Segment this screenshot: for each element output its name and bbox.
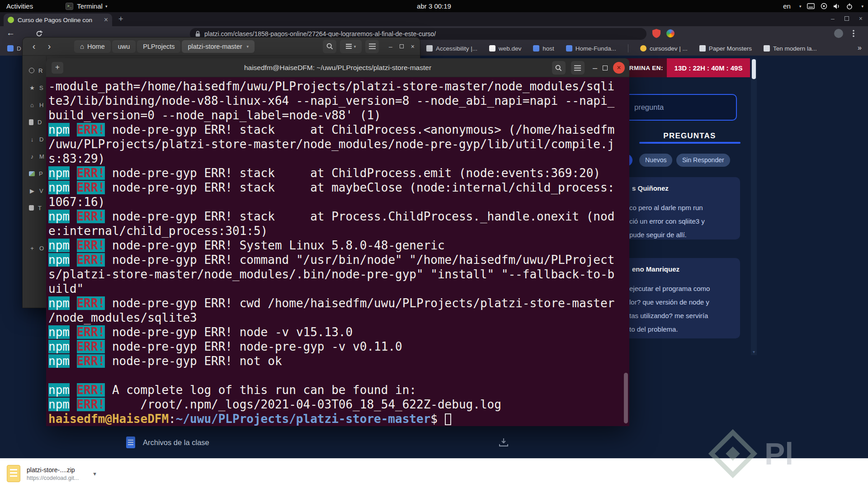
fm-sidebar-item[interactable]: ▶V [29, 185, 46, 196]
bookmarks-overflow-button[interactable]: » [858, 44, 862, 52]
fm-close-button[interactable]: × [411, 43, 415, 50]
question-input[interactable]: pregunta [624, 94, 737, 121]
clock[interactable]: abr 3 00:19 [417, 2, 451, 10]
bookmark-item[interactable]: D [7, 41, 21, 56]
browser-window-controls: – × [831, 15, 863, 22]
system-tray[interactable]: en ▾ ▾ [783, 2, 863, 10]
fm-sidebar-label: P [39, 170, 43, 177]
question-card[interactable]: s Quiñonez co pero al darle npm runció u… [622, 177, 740, 239]
terminal-text-segment: node-pre-gyp ERR! node -v v15.13.0 [105, 325, 353, 339]
terminal-text-segment: node-pre-gyp ERR! node-pre-gyp -v v0.11.… [105, 340, 402, 353]
scrollbar-thumb[interactable] [752, 59, 756, 79]
hamburger-icon [574, 65, 581, 71]
terminal-text-segment [70, 383, 77, 397]
bookmarks-divider [628, 44, 628, 52]
fm-sidebar-item[interactable]: T [29, 202, 46, 213]
filter-nuevos-button[interactable]: Nuevos [639, 154, 672, 167]
terminal-text-segment: $ [430, 412, 444, 426]
bookmark-label: cursosdev | ... [650, 45, 688, 52]
terminal-text-segment: e:internal/child_process:301:5) [48, 224, 268, 238]
class-files-row[interactable]: Archivos de la clase [126, 433, 509, 451]
tab-close-icon[interactable]: × [104, 16, 108, 23]
terminal-search-button[interactable] [552, 61, 566, 75]
terminal-maximize-button[interactable] [603, 66, 608, 70]
terminal-text-segment: npm [48, 181, 70, 194]
extension-icon[interactable] [666, 29, 675, 38]
chevron-down-icon: ▾ [799, 4, 802, 9]
terminal-scrollbar[interactable] [624, 373, 628, 423]
fm-sidebar-item[interactable]: +O [29, 243, 46, 253]
fm-minimize-button[interactable]: – [389, 43, 392, 50]
new-tab-button[interactable]: + [118, 14, 123, 24]
image-icon [29, 171, 35, 176]
fm-forward-button[interactable]: › [43, 41, 55, 52]
download-file-icon[interactable] [499, 438, 509, 447]
fm-search-button[interactable] [323, 40, 336, 53]
terminal-headerbar[interactable]: + haisedfm@HaiseDFM: ~/uwu/PLProjects/pl… [46, 58, 629, 77]
browser-tab[interactable]: Curso de Pagos Online con × [4, 14, 112, 26]
scroll-down-arrow-icon[interactable]: ▾ [751, 349, 757, 354]
fm-sidebar-item[interactable]: P [29, 168, 46, 179]
back-button[interactable]: ← [6, 28, 15, 38]
video-icon: ▶ [29, 188, 35, 194]
fm-sidebar-item[interactable]: ↓D [29, 134, 46, 145]
terminal-text-segment [70, 239, 77, 252]
bookmark-item[interactable]: Ten modern la... [764, 45, 817, 52]
fm-path-button[interactable]: ⌂Home [74, 40, 111, 53]
bookmark-item[interactable]: web.dev [489, 45, 521, 52]
fm-sidebar-item[interactable]: ★S [29, 82, 46, 93]
fm-sidebar-item[interactable]: R [29, 65, 46, 76]
terminal-close-button[interactable]: × [613, 62, 625, 74]
class-files-link[interactable]: Archivos de la clase [143, 438, 209, 447]
fm-path-button[interactable]: uwu [112, 40, 136, 53]
fm-back-button[interactable]: ‹ [28, 41, 40, 52]
terminal-text-segment: ERR! [77, 166, 105, 180]
browser-maximize-button[interactable] [844, 16, 849, 21]
terminal-text-segment: npm [48, 123, 70, 136]
power-icon [846, 3, 853, 9]
fm-view-toggle-button[interactable]: ▾ [340, 40, 362, 53]
activities-button[interactable]: Activities [6, 2, 33, 10]
profile-avatar[interactable] [834, 29, 843, 38]
terminal-text-segment: node-pre-gyp ERR! stack at maybeClose (n… [105, 181, 614, 194]
download-caret-button[interactable]: ▾ [93, 470, 96, 477]
adblock-extension-icon[interactable] [652, 29, 660, 38]
fm-maximize-button[interactable] [400, 44, 404, 48]
browser-minimize-button[interactable]: – [831, 15, 835, 22]
browser-close-button[interactable]: × [859, 15, 863, 22]
questions-scrollbar[interactable]: ▾ [751, 58, 757, 355]
bookmark-item[interactable]: host [533, 45, 554, 52]
bookmark-item[interactable]: Paper Monsters [699, 45, 752, 52]
fm-window-controls: – × [389, 43, 415, 50]
browser-menu-icon[interactable] [853, 29, 854, 38]
chevron-down-icon: ▾ [861, 4, 863, 9]
fm-sidebar-item[interactable]: ⌂H [29, 99, 46, 110]
fm-path-button[interactable]: PLProjects [137, 40, 180, 53]
terminal-output[interactable]: -module_path=/home/haisedfm/uwu/PLProjec… [46, 77, 629, 426]
terminal-text-segment: node-pre-gyp ERR! stack at Process.Child… [105, 210, 614, 223]
keyboard-layout-indicator[interactable]: en [783, 2, 791, 10]
questions-tab-indicator [639, 142, 741, 144]
fm-sidebar-item[interactable]: D [29, 117, 46, 127]
bookmark-item[interactable]: cursosdev | ... [640, 45, 688, 52]
download-item[interactable]: platzi-store-....zip https://codeload.gi… [7, 462, 96, 485]
filter-sin-responder-button[interactable]: Sin Responder [676, 154, 730, 167]
bookmark-item[interactable]: Home-Funda... [566, 45, 616, 52]
question-card[interactable]: eno Manriquez ejecutar el programa comol… [622, 258, 740, 338]
search-icon [326, 43, 333, 50]
countdown-timer: 13D : 22H : 40M : 49S [675, 64, 743, 72]
terminal-text-segment [70, 210, 77, 223]
reload-button[interactable] [35, 30, 43, 38]
questions-tab[interactable]: PREGUNTAS [629, 131, 750, 141]
fm-menu-button[interactable] [365, 40, 379, 53]
terminal-text-segment: ERR! [77, 253, 105, 267]
bookmark-label: web.dev [499, 45, 521, 52]
app-menu-button[interactable]: Terminal [77, 2, 103, 10]
fm-sidebar-item[interactable]: ♪M [29, 151, 46, 162]
lock-icon [195, 31, 200, 37]
terminal-menu-button[interactable] [571, 61, 585, 75]
bookmark-item[interactable]: Accessibility |... [426, 45, 477, 52]
fm-path-button[interactable]: platzi-store-master▾ [182, 40, 255, 53]
chevron-down-icon: ▾ [247, 44, 249, 49]
terminal-minimize-button[interactable]: – [593, 63, 597, 73]
